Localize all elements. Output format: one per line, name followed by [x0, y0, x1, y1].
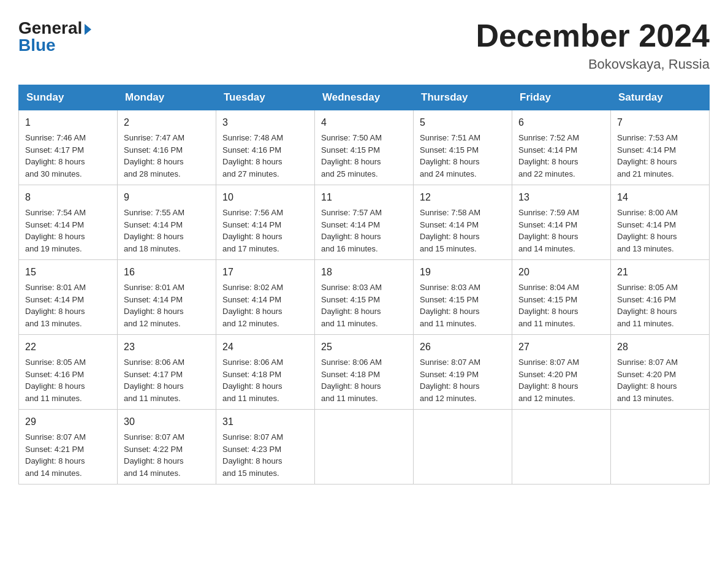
day-daylight-line1: Daylight: 8 hours [321, 157, 381, 166]
day-daylight-line2: and 21 minutes. [617, 169, 674, 178]
day-daylight-line2: and 15 minutes. [420, 244, 477, 253]
calendar-cell: 30Sunrise: 8:07 AMSunset: 4:22 PMDayligh… [118, 410, 216, 484]
day-daylight-line2: and 22 minutes. [518, 169, 575, 178]
day-daylight-line1: Daylight: 8 hours [25, 232, 85, 241]
day-number: 5 [420, 115, 506, 130]
day-sunset: Sunset: 4:15 PM [321, 145, 380, 155]
day-number: 16 [124, 265, 210, 280]
calendar-cell [315, 410, 414, 484]
calendar-cell: 5Sunrise: 7:51 AMSunset: 4:15 PMDaylight… [414, 110, 512, 185]
day-daylight-line2: and 12 minutes. [518, 394, 575, 403]
day-sunset: Sunset: 4:14 PM [124, 295, 183, 304]
day-daylight-line1: Daylight: 8 hours [124, 232, 184, 241]
calendar-cell [611, 410, 710, 484]
day-sunset: Sunset: 4:20 PM [518, 370, 577, 379]
day-sunset: Sunset: 4:16 PM [222, 145, 281, 155]
day-number: 26 [420, 340, 506, 354]
day-number: 17 [222, 265, 308, 280]
day-number: 8 [25, 190, 111, 205]
day-sunrise: Sunrise: 8:07 AM [518, 358, 579, 367]
day-sunrise: Sunrise: 7:59 AM [518, 208, 579, 217]
day-number: 9 [124, 190, 210, 205]
day-daylight-line1: Daylight: 8 hours [518, 157, 578, 166]
day-sunset: Sunset: 4:16 PM [124, 145, 183, 155]
day-daylight-line2: and 19 minutes. [25, 244, 82, 253]
day-daylight-line1: Daylight: 8 hours [222, 307, 282, 316]
day-daylight-line1: Daylight: 8 hours [124, 456, 184, 465]
day-daylight-line2: and 11 minutes. [222, 394, 279, 403]
calendar-cell: 9Sunrise: 7:55 AMSunset: 4:14 PMDaylight… [118, 185, 216, 260]
day-daylight-line1: Daylight: 8 hours [222, 456, 282, 465]
day-sunset: Sunset: 4:14 PM [617, 220, 676, 229]
day-sunset: Sunset: 4:20 PM [617, 370, 676, 379]
day-daylight-line2: and 25 minutes. [321, 169, 378, 178]
day-sunset: Sunset: 4:16 PM [25, 370, 84, 379]
day-sunset: Sunset: 4:15 PM [420, 295, 479, 304]
calendar-cell: 31Sunrise: 8:07 AMSunset: 4:23 PMDayligh… [216, 410, 315, 484]
day-number: 23 [124, 340, 210, 354]
day-number: 30 [124, 415, 210, 429]
calendar-cell: 12Sunrise: 7:58 AMSunset: 4:14 PMDayligh… [414, 185, 512, 260]
calendar-cell: 11Sunrise: 7:57 AMSunset: 4:14 PMDayligh… [315, 185, 414, 260]
month-title: December 2024 [476, 18, 710, 53]
day-daylight-line1: Daylight: 8 hours [617, 157, 677, 166]
day-daylight-line1: Daylight: 8 hours [222, 381, 282, 391]
calendar-cell: 10Sunrise: 7:56 AMSunset: 4:14 PMDayligh… [216, 185, 315, 260]
day-sunrise: Sunrise: 8:07 AM [25, 432, 86, 442]
day-number: 15 [25, 265, 111, 280]
day-number: 6 [518, 115, 604, 130]
day-daylight-line1: Daylight: 8 hours [124, 381, 184, 391]
calendar-cell: 1Sunrise: 7:46 AMSunset: 4:17 PMDaylight… [19, 110, 118, 185]
day-daylight-line2: and 28 minutes. [124, 169, 181, 178]
calendar-cell: 13Sunrise: 7:59 AMSunset: 4:14 PMDayligh… [512, 185, 611, 260]
day-number: 28 [617, 340, 703, 354]
day-number: 12 [420, 190, 506, 205]
calendar-cell: 26Sunrise: 8:07 AMSunset: 4:19 PMDayligh… [414, 335, 512, 410]
day-sunrise: Sunrise: 8:02 AM [222, 283, 283, 292]
day-number: 2 [124, 115, 210, 130]
col-saturday: Saturday [611, 85, 710, 110]
logo-arrow-icon [85, 24, 91, 35]
day-daylight-line2: and 13 minutes. [617, 394, 674, 403]
day-number: 3 [222, 115, 308, 130]
day-daylight-line1: Daylight: 8 hours [25, 456, 85, 465]
day-sunset: Sunset: 4:21 PM [25, 445, 84, 454]
day-sunrise: Sunrise: 8:06 AM [124, 358, 184, 367]
day-daylight-line2: and 13 minutes. [25, 319, 82, 328]
day-number: 13 [518, 190, 604, 205]
calendar-cell: 14Sunrise: 8:00 AMSunset: 4:14 PMDayligh… [611, 185, 710, 260]
day-number: 7 [617, 115, 703, 130]
calendar-cell: 29Sunrise: 8:07 AMSunset: 4:21 PMDayligh… [19, 410, 118, 484]
day-sunset: Sunset: 4:17 PM [25, 145, 84, 155]
day-sunset: Sunset: 4:14 PM [420, 220, 479, 229]
week-row-5: 29Sunrise: 8:07 AMSunset: 4:21 PMDayligh… [19, 410, 710, 484]
day-daylight-line1: Daylight: 8 hours [518, 232, 578, 241]
day-daylight-line1: Daylight: 8 hours [518, 381, 578, 391]
day-daylight-line1: Daylight: 8 hours [321, 381, 381, 391]
day-number: 22 [25, 340, 111, 354]
day-sunrise: Sunrise: 7:56 AM [222, 208, 283, 217]
day-sunset: Sunset: 4:18 PM [321, 370, 380, 379]
calendar-cell: 27Sunrise: 8:07 AMSunset: 4:20 PMDayligh… [512, 335, 611, 410]
day-daylight-line1: Daylight: 8 hours [617, 381, 677, 391]
day-sunrise: Sunrise: 7:58 AM [420, 208, 480, 217]
day-sunset: Sunset: 4:14 PM [25, 220, 84, 229]
day-sunset: Sunset: 4:15 PM [321, 295, 380, 304]
col-sunday: Sunday [19, 85, 118, 110]
day-sunset: Sunset: 4:15 PM [518, 295, 577, 304]
day-daylight-line1: Daylight: 8 hours [420, 232, 480, 241]
page-header: General Blue December 2024 Bokovskaya, R… [18, 18, 710, 72]
calendar-cell: 8Sunrise: 7:54 AMSunset: 4:14 PMDaylight… [19, 185, 118, 260]
day-daylight-line1: Daylight: 8 hours [617, 232, 677, 241]
day-daylight-line2: and 13 minutes. [617, 244, 674, 253]
day-sunrise: Sunrise: 8:05 AM [25, 358, 86, 367]
day-sunrise: Sunrise: 8:07 AM [420, 358, 480, 367]
calendar-cell: 21Sunrise: 8:05 AMSunset: 4:16 PMDayligh… [611, 260, 710, 335]
day-daylight-line2: and 11 minutes. [321, 319, 378, 328]
day-sunrise: Sunrise: 7:48 AM [222, 133, 283, 142]
day-sunset: Sunset: 4:14 PM [25, 295, 84, 304]
day-daylight-line1: Daylight: 8 hours [518, 307, 578, 316]
day-daylight-line2: and 14 minutes. [25, 469, 82, 478]
day-daylight-line2: and 30 minutes. [25, 169, 82, 178]
day-sunset: Sunset: 4:22 PM [124, 445, 183, 454]
